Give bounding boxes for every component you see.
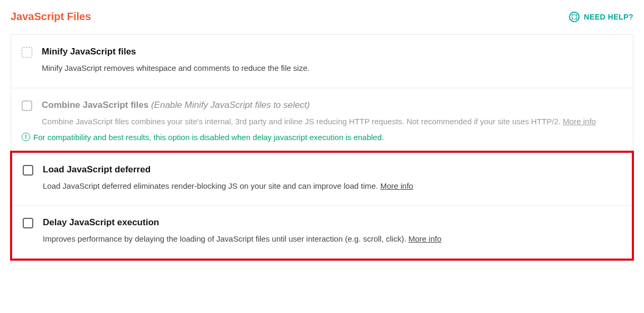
- option-title: Minify JavaScript files: [42, 47, 622, 57]
- option-delay: Delay JavaScript execution Improves perf…: [12, 206, 632, 259]
- page-title: JavaScript Files: [11, 11, 91, 23]
- option-combine: Combine JavaScript files (Enable Minify …: [11, 88, 633, 133]
- option-title-note: (Enable Minify JavaScript files to selec…: [151, 100, 310, 110]
- more-info-link[interactable]: More info: [563, 117, 596, 126]
- option-desc: Combine JavaScript files combines your s…: [42, 116, 622, 127]
- more-info-link[interactable]: More info: [408, 234, 442, 243]
- option-desc: Minify JavaScript removes whitespace and…: [42, 62, 622, 74]
- option-title: Load JavaScript deferred: [43, 164, 621, 175]
- option-title-main: Combine JavaScript files: [42, 100, 148, 110]
- warning-icon: !: [22, 133, 30, 141]
- section-header: JavaScript Files NEED HELP?: [11, 11, 633, 29]
- more-info-link[interactable]: More info: [380, 181, 414, 190]
- checkbox-defer[interactable]: [23, 165, 33, 176]
- option-desc: Load JavaScript deferred eliminates rend…: [43, 180, 621, 192]
- option-minify: Minify JavaScript files Minify JavaScrip…: [11, 35, 633, 88]
- option-desc-text: Combine JavaScript files combines your s…: [42, 117, 561, 126]
- option-defer: Load JavaScript deferred Load JavaScript…: [12, 153, 632, 206]
- highlight-box: Load JavaScript deferred Load JavaScript…: [10, 151, 634, 261]
- option-desc-text: Load JavaScript deferred eliminates rend…: [43, 181, 378, 190]
- option-title: Combine JavaScript files (Enable Minify …: [42, 100, 622, 111]
- option-body: Load JavaScript deferred Load JavaScript…: [43, 164, 621, 192]
- option-desc: Improves performance by delaying the loa…: [43, 233, 621, 245]
- checkbox-delay[interactable]: [23, 218, 33, 228]
- need-help-label: NEED HELP?: [584, 13, 633, 21]
- lifebuoy-icon: [569, 12, 580, 22]
- need-help-button[interactable]: NEED HELP?: [569, 12, 633, 22]
- option-title: Delay JavaScript execution: [43, 217, 621, 228]
- checkbox-minify: [22, 47, 32, 58]
- option-desc-text: Improves performance by delaying the loa…: [43, 234, 406, 243]
- option-body: Combine JavaScript files (Enable Minify …: [42, 100, 622, 127]
- compat-note-text: For compatibility and best results, this…: [33, 133, 384, 142]
- option-body: Minify JavaScript files Minify JavaScrip…: [42, 47, 622, 74]
- options-panel: Minify JavaScript files Minify JavaScrip…: [11, 34, 633, 260]
- compat-note: ! For compatibility and best results, th…: [11, 133, 633, 152]
- checkbox-combine: [22, 100, 32, 111]
- option-body: Delay JavaScript execution Improves perf…: [43, 217, 621, 245]
